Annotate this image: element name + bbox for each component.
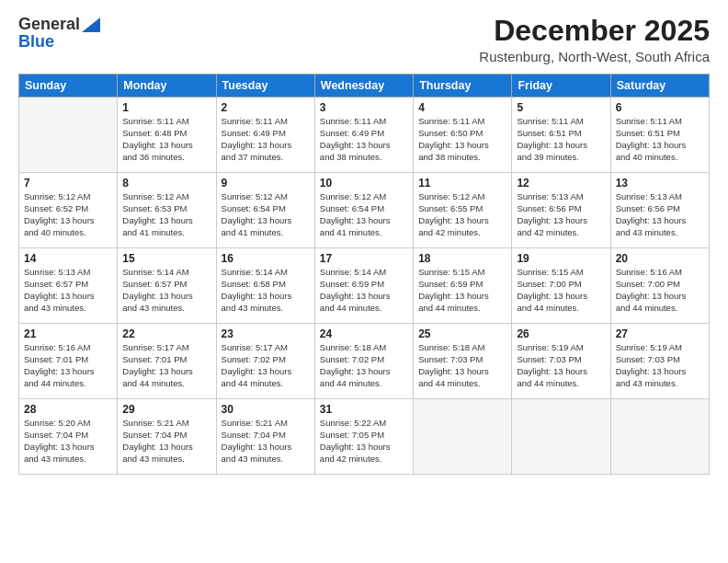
calendar-cell: 16Sunrise: 5:14 AMSunset: 6:58 PMDayligh… (216, 248, 314, 324)
calendar-cell (512, 399, 610, 475)
week-row-4: 21Sunrise: 5:16 AMSunset: 7:01 PMDayligh… (19, 324, 710, 399)
main-title: December 2025 (479, 15, 710, 47)
calendar-cell: 10Sunrise: 5:12 AMSunset: 6:54 PMDayligh… (314, 173, 413, 248)
weekday-header-tuesday: Tuesday (216, 75, 314, 98)
cell-details: Sunrise: 5:11 AMSunset: 6:50 PMDaylight:… (418, 116, 506, 163)
calendar: SundayMondayTuesdayWednesdayThursdayFrid… (18, 74, 710, 475)
weekday-header-row: SundayMondayTuesdayWednesdayThursdayFrid… (19, 75, 710, 98)
day-number: 29 (122, 403, 210, 416)
calendar-cell: 9Sunrise: 5:12 AMSunset: 6:54 PMDaylight… (216, 173, 314, 248)
svg-marker-0 (82, 17, 100, 32)
weekday-header-friday: Friday (512, 75, 610, 98)
logo: General Blue (18, 15, 100, 52)
calendar-cell: 15Sunrise: 5:14 AMSunset: 6:57 PMDayligh… (118, 248, 216, 324)
day-number: 26 (517, 327, 605, 340)
calendar-cell: 27Sunrise: 5:19 AMSunset: 7:03 PMDayligh… (610, 324, 709, 399)
day-number: 21 (24, 327, 112, 340)
calendar-cell: 13Sunrise: 5:13 AMSunset: 6:56 PMDayligh… (610, 173, 709, 248)
day-number: 9 (222, 177, 310, 190)
calendar-cell: 17Sunrise: 5:14 AMSunset: 6:59 PMDayligh… (314, 248, 413, 324)
day-number: 20 (616, 252, 704, 265)
week-row-1: 1Sunrise: 5:11 AMSunset: 6:48 PMDaylight… (19, 98, 710, 173)
calendar-cell: 18Sunrise: 5:15 AMSunset: 6:59 PMDayligh… (414, 248, 512, 324)
cell-details: Sunrise: 5:17 AMSunset: 7:02 PMDaylight:… (222, 342, 310, 389)
calendar-cell: 19Sunrise: 5:15 AMSunset: 7:00 PMDayligh… (512, 248, 610, 324)
logo-icon (82, 17, 100, 32)
calendar-cell: 25Sunrise: 5:18 AMSunset: 7:03 PMDayligh… (414, 324, 512, 399)
calendar-cell: 8Sunrise: 5:12 AMSunset: 6:53 PMDaylight… (118, 173, 216, 248)
logo-general: General (18, 15, 80, 34)
cell-details: Sunrise: 5:18 AMSunset: 7:02 PMDaylight:… (320, 342, 408, 389)
day-number: 11 (418, 177, 506, 190)
cell-details: Sunrise: 5:14 AMSunset: 6:57 PMDaylight:… (122, 267, 210, 314)
cell-details: Sunrise: 5:19 AMSunset: 7:03 PMDaylight:… (616, 342, 704, 389)
day-number: 10 (320, 177, 408, 190)
calendar-cell: 30Sunrise: 5:21 AMSunset: 7:04 PMDayligh… (216, 399, 314, 475)
cell-details: Sunrise: 5:13 AMSunset: 6:56 PMDaylight:… (616, 191, 704, 238)
calendar-cell: 1Sunrise: 5:11 AMSunset: 6:48 PMDaylight… (118, 98, 216, 173)
cell-details: Sunrise: 5:15 AMSunset: 6:59 PMDaylight:… (418, 267, 506, 314)
calendar-cell: 11Sunrise: 5:12 AMSunset: 6:55 PMDayligh… (414, 173, 512, 248)
cell-details: Sunrise: 5:20 AMSunset: 7:04 PMDaylight:… (24, 418, 112, 465)
calendar-cell (414, 399, 512, 475)
calendar-cell: 20Sunrise: 5:16 AMSunset: 7:00 PMDayligh… (610, 248, 709, 324)
sub-title: Rustenburg, North-West, South Africa (479, 49, 710, 64)
calendar-cell: 7Sunrise: 5:12 AMSunset: 6:52 PMDaylight… (19, 173, 118, 248)
calendar-cell (610, 399, 709, 475)
day-number: 27 (616, 327, 704, 340)
day-number: 28 (24, 403, 112, 416)
cell-details: Sunrise: 5:12 AMSunset: 6:53 PMDaylight:… (122, 191, 210, 238)
calendar-cell: 21Sunrise: 5:16 AMSunset: 7:01 PMDayligh… (19, 324, 118, 399)
calendar-cell: 4Sunrise: 5:11 AMSunset: 6:50 PMDaylight… (414, 98, 512, 173)
day-number: 16 (222, 252, 310, 265)
cell-details: Sunrise: 5:14 AMSunset: 6:58 PMDaylight:… (222, 267, 310, 314)
day-number: 19 (517, 252, 605, 265)
day-number: 23 (222, 327, 310, 340)
week-row-2: 7Sunrise: 5:12 AMSunset: 6:52 PMDaylight… (19, 173, 710, 248)
day-number: 22 (122, 327, 210, 340)
day-number: 8 (122, 177, 210, 190)
cell-details: Sunrise: 5:15 AMSunset: 7:00 PMDaylight:… (517, 267, 605, 314)
calendar-cell: 14Sunrise: 5:13 AMSunset: 6:57 PMDayligh… (19, 248, 118, 324)
calendar-cell: 5Sunrise: 5:11 AMSunset: 6:51 PMDaylight… (512, 98, 610, 173)
weekday-header-saturday: Saturday (610, 75, 709, 98)
cell-details: Sunrise: 5:18 AMSunset: 7:03 PMDaylight:… (418, 342, 506, 389)
day-number: 4 (418, 101, 506, 114)
weekday-header-thursday: Thursday (414, 75, 512, 98)
day-number: 15 (122, 252, 210, 265)
cell-details: Sunrise: 5:12 AMSunset: 6:52 PMDaylight:… (24, 191, 112, 238)
cell-details: Sunrise: 5:17 AMSunset: 7:01 PMDaylight:… (122, 342, 210, 389)
cell-details: Sunrise: 5:16 AMSunset: 7:00 PMDaylight:… (616, 267, 704, 314)
calendar-cell: 3Sunrise: 5:11 AMSunset: 6:49 PMDaylight… (314, 98, 413, 173)
calendar-cell: 23Sunrise: 5:17 AMSunset: 7:02 PMDayligh… (216, 324, 314, 399)
day-number: 12 (517, 177, 605, 190)
weekday-header-wednesday: Wednesday (314, 75, 413, 98)
cell-details: Sunrise: 5:19 AMSunset: 7:03 PMDaylight:… (517, 342, 605, 389)
calendar-cell (19, 98, 118, 173)
cell-details: Sunrise: 5:14 AMSunset: 6:59 PMDaylight:… (320, 267, 408, 314)
calendar-cell: 2Sunrise: 5:11 AMSunset: 6:49 PMDaylight… (216, 98, 314, 173)
weekday-header-sunday: Sunday (19, 75, 118, 98)
day-number: 13 (616, 177, 704, 190)
day-number: 25 (418, 327, 506, 340)
day-number: 30 (222, 403, 310, 416)
calendar-cell: 24Sunrise: 5:18 AMSunset: 7:02 PMDayligh… (314, 324, 413, 399)
day-number: 31 (320, 403, 408, 416)
week-row-3: 14Sunrise: 5:13 AMSunset: 6:57 PMDayligh… (19, 248, 710, 324)
cell-details: Sunrise: 5:16 AMSunset: 7:01 PMDaylight:… (24, 342, 112, 389)
cell-details: Sunrise: 5:22 AMSunset: 7:05 PMDaylight:… (320, 418, 408, 465)
day-number: 3 (320, 101, 408, 114)
cell-details: Sunrise: 5:13 AMSunset: 6:56 PMDaylight:… (517, 191, 605, 238)
day-number: 14 (24, 252, 112, 265)
header: General Blue December 2025 Rustenburg, N… (18, 15, 710, 64)
cell-details: Sunrise: 5:12 AMSunset: 6:55 PMDaylight:… (418, 191, 506, 238)
day-number: 7 (24, 177, 112, 190)
calendar-cell: 6Sunrise: 5:11 AMSunset: 6:51 PMDaylight… (610, 98, 709, 173)
logo-blue: Blue (18, 32, 54, 52)
day-number: 24 (320, 327, 408, 340)
title-block: December 2025 Rustenburg, North-West, So… (479, 15, 710, 64)
calendar-cell: 28Sunrise: 5:20 AMSunset: 7:04 PMDayligh… (19, 399, 118, 475)
cell-details: Sunrise: 5:12 AMSunset: 6:54 PMDaylight:… (222, 191, 310, 238)
day-number: 5 (517, 101, 605, 114)
cell-details: Sunrise: 5:21 AMSunset: 7:04 PMDaylight:… (222, 418, 310, 465)
